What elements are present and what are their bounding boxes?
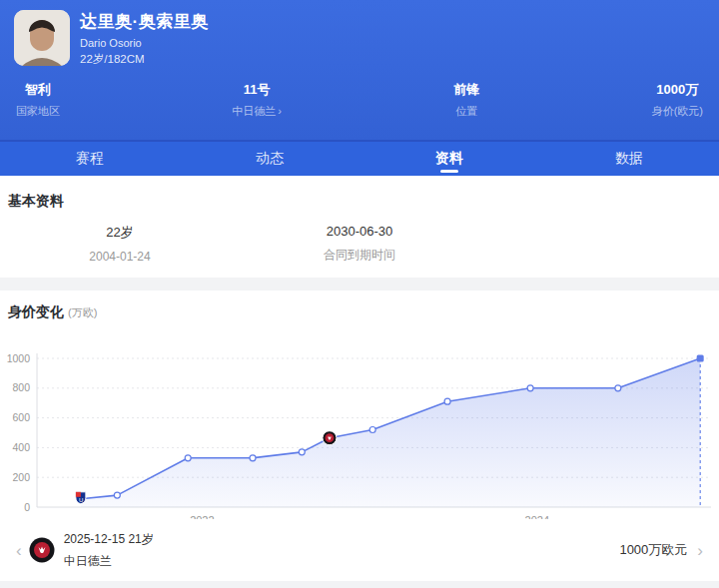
- info-col-shirt-number[interactable]: 11号 中日德兰›: [232, 82, 282, 119]
- market-value-label: 身价(欧元): [652, 104, 703, 119]
- birthdate-value: 2004-01-24: [0, 250, 240, 264]
- basic-item-contract: 2030-06-30 合同到期时间: [240, 224, 479, 264]
- market-unit: (万欧): [68, 306, 97, 318]
- midtjylland-crest-icon: [29, 537, 55, 563]
- selected-club: 中日德兰: [64, 553, 154, 570]
- player-age-height: 22岁/182CM: [80, 52, 209, 67]
- player-photo: [14, 10, 70, 66]
- svg-text:400: 400: [12, 441, 30, 453]
- tab-schedule-label: 赛程: [76, 150, 104, 168]
- next-icon[interactable]: ›: [697, 542, 703, 559]
- position-value: 前锋: [453, 82, 479, 97]
- section-divider: [0, 278, 719, 291]
- svg-text:200: 200: [12, 471, 30, 483]
- tab-stats-label: 数据: [615, 150, 643, 168]
- info-col-nationality: 智利 国家地区: [16, 82, 60, 119]
- section-title-market: 身价变化: [8, 303, 64, 319]
- selected-point-bar: ‹ 2025-12-15 21岁 中日德兰 1000万欧元 ›: [0, 519, 719, 581]
- club-logo-midtjylland: [29, 537, 55, 563]
- player-name: 达里奥·奥索里奥: [80, 12, 209, 32]
- player-profile-page: 达里奥·奥索里奥 Dario Osorio 22岁/182CM 智利 国家地区 …: [0, 0, 719, 588]
- position-label: 位置: [453, 104, 479, 119]
- player-header: 达里奥·奥索里奥 Dario Osorio 22岁/182CM 智利 国家地区 …: [0, 0, 719, 140]
- nationality-value: 智利: [16, 82, 60, 97]
- svg-text:0: 0: [24, 501, 30, 513]
- info-col-market-value: 1000万 身价(欧元): [652, 82, 703, 119]
- player-photo-placeholder: [14, 10, 70, 66]
- selected-point-info: 2025-12-15 21岁 中日德兰: [64, 531, 154, 570]
- tab-schedule[interactable]: 赛程: [0, 142, 180, 176]
- market-value-chart[interactable]: 0200400600800100020222024U: [0, 345, 719, 527]
- svg-text:U: U: [79, 497, 83, 503]
- bottom-band: [0, 581, 719, 588]
- selected-date-age: 2025-12-15 21岁: [64, 531, 154, 548]
- basic-item-empty: [479, 224, 719, 264]
- club-link-label: 中日德兰: [232, 105, 276, 117]
- basic-info-section: 基本资料 22岁 2004-01-24 2030-06-30 合同到期时间: [0, 176, 719, 278]
- shirt-number-value: 11号: [232, 82, 282, 97]
- tab-bar: 赛程 动态 资料 数据: [0, 140, 719, 176]
- contract-end-value: 2030-06-30: [240, 224, 479, 239]
- chevron-right-icon: ›: [278, 105, 282, 117]
- player-info-row: 智利 国家地区 11号 中日德兰› 前锋 位置 1000万 身价(欧元): [14, 82, 705, 119]
- svg-text:600: 600: [12, 411, 30, 423]
- basic-item-age: 22岁 2004-01-24: [0, 224, 240, 264]
- basic-info-grid: 22岁 2004-01-24 2030-06-30 合同到期时间: [0, 224, 719, 264]
- svg-text:800: 800: [12, 381, 30, 393]
- svg-text:1000: 1000: [7, 352, 31, 364]
- age-value: 22岁: [0, 224, 240, 242]
- nationality-label: 国家地区: [16, 104, 60, 119]
- club-link[interactable]: 中日德兰›: [232, 104, 282, 119]
- market-value: 1000万: [652, 82, 703, 97]
- tab-profile-label: 资料: [435, 150, 463, 168]
- market-value-section: 身价变化(万欧) 0200400600800100020222024U: [0, 291, 719, 527]
- tab-stats[interactable]: 数据: [539, 142, 719, 176]
- player-name-en: Dario Osorio: [80, 37, 209, 49]
- info-col-position: 前锋 位置: [453, 82, 479, 119]
- tab-news[interactable]: 动态: [180, 142, 360, 176]
- selected-value: 1000万欧元: [619, 541, 687, 559]
- contract-end-label: 合同到期时间: [240, 247, 479, 264]
- player-identity: 达里奥·奥索里奥 Dario Osorio 22岁/182CM: [14, 10, 705, 67]
- tab-profile[interactable]: 资料: [360, 142, 539, 176]
- active-tab-indicator: [440, 170, 458, 173]
- prev-icon[interactable]: ‹: [16, 542, 22, 559]
- tab-news-label: 动态: [256, 150, 284, 168]
- section-title-basic: 基本资料: [8, 193, 719, 211]
